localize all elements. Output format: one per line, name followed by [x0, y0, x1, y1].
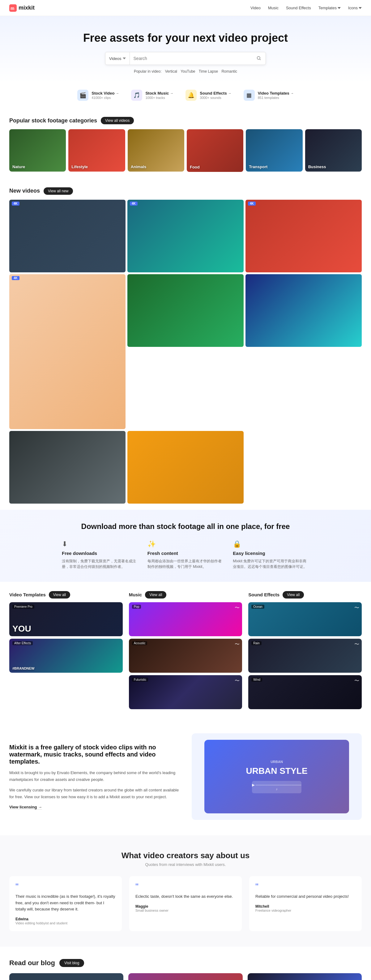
template-card-premiere[interactable]: Premiere Pro YOU — [9, 602, 123, 636]
feature-license-title: Easy licensing — [233, 550, 309, 556]
hero-title: Free assets for your next video project — [6, 32, 365, 45]
sound-sub-title: Sound Effects — [248, 592, 279, 597]
tag-vertical[interactable]: Vertical — [165, 69, 177, 73]
testimonials-title: What video creators say about us — [9, 851, 362, 861]
blog-post-1[interactable]: The Pros and Cons of Using Stock Video F… — [9, 973, 123, 980]
category-lifestyle[interactable]: Lifestyle — [68, 129, 125, 172]
stock-music-title: Stock Music → — [145, 91, 173, 95]
svg-text:m: m — [11, 6, 14, 11]
templates-icon: ▦ — [244, 90, 255, 101]
blog-image-2 — [128, 973, 242, 980]
nav-sound-effects[interactable]: Sound Effects — [286, 6, 311, 10]
video-card-4[interactable]: 4K — [9, 274, 126, 429]
tag-timelapse[interactable]: Time Lapse — [199, 69, 218, 73]
waveform-icon: 〜 — [235, 605, 240, 611]
sound-card-wind[interactable]: Wind 〜 — [248, 675, 362, 709]
navbar: m mixkit Video Music Sound Effects Templ… — [0, 0, 371, 16]
video-card-3[interactable]: 4K — [245, 200, 362, 272]
nav-templates[interactable]: Templates — [318, 6, 341, 10]
sound-view-all[interactable]: View all — [283, 591, 304, 598]
search-button[interactable] — [252, 52, 266, 65]
promo-title: Download more than stock footage all in … — [9, 522, 362, 531]
templates-sub-title: Video Templates — [9, 592, 46, 597]
quick-link-music[interactable]: 🎵 Stock Music → 1000+ tracks — [131, 90, 173, 101]
categories-section: Popular stock footage categories View al… — [0, 108, 371, 178]
about-text: Mixkit is a free gallery of stock video … — [9, 744, 179, 809]
search-type-dropdown[interactable]: Videos — [105, 52, 130, 65]
music-subsection: Music View all Pop 〜 Acoustic 〜 Futurist… — [129, 591, 242, 712]
view-all-new-btn[interactable]: View all new — [44, 187, 73, 195]
templates-subsection: Video Templates View all Premiere Pro YO… — [9, 591, 123, 712]
quick-link-video[interactable]: 🎬 Stock Video → 41000+ clips — [77, 90, 119, 101]
search-bar: Videos — [105, 52, 266, 65]
blog-post-3[interactable]: How to Install Mixkit templates in After… — [248, 973, 362, 980]
video-badge-2: 4K — [130, 202, 138, 205]
sound-card-rain[interactable]: Rain 〜 — [248, 639, 362, 673]
feature-fresh-title: Fresh content — [148, 550, 224, 556]
feature-fresh-content: ✨ Fresh content 每周都会添加由一些世界上最有才华的创作者制作的独… — [148, 540, 224, 570]
category-food[interactable]: Food — [187, 129, 243, 172]
category-business-label: Business — [308, 164, 326, 169]
video-card-8[interactable] — [127, 431, 244, 504]
view-licensing-link[interactable]: View licensing → — [9, 805, 42, 810]
media-three-col: Video Templates View all Premiere Pro YO… — [9, 591, 362, 712]
template-premiere-label: Premiere Pro — [12, 605, 34, 609]
tag-romantic[interactable]: Romantic — [221, 69, 237, 73]
nav-music[interactable]: Music — [268, 6, 279, 10]
music-view-all[interactable]: View all — [145, 591, 166, 598]
template-premiere-main: YOU — [12, 624, 31, 634]
waveform-icon-3: 〜 — [235, 678, 240, 684]
quote-mark-3: " — [255, 882, 355, 891]
music-card-futuristic[interactable]: Futuristic 〜 — [129, 675, 242, 709]
music-pop-label: Pop — [132, 605, 141, 609]
category-nature[interactable]: Nature — [9, 129, 66, 172]
music-card-pop[interactable]: Pop 〜 — [129, 602, 242, 636]
view-all-videos-btn[interactable]: View all videos — [101, 117, 134, 124]
visit-blog-btn[interactable]: Visit blog — [59, 959, 84, 967]
video-card-1[interactable]: 4K — [9, 200, 126, 272]
fresh-icon: ✨ — [148, 540, 224, 548]
video-grid: 4K 4K 4K 4K — [9, 200, 362, 504]
video-card-6[interactable] — [245, 274, 362, 347]
waveform-icon-5: 〜 — [354, 641, 359, 648]
tag-youtube[interactable]: YouTube — [180, 69, 195, 73]
waveform-icon-2: 〜 — [235, 641, 240, 648]
video-card-7[interactable] — [9, 431, 126, 504]
music-futuristic-label: Futuristic — [132, 678, 148, 682]
quick-link-templates[interactable]: ▦ Video Templates → 851 templates — [244, 90, 294, 101]
about-para2: We carefully curate our library from tal… — [9, 787, 179, 800]
music-sub-header: Music View all — [129, 591, 242, 598]
video-templates-subtitle: 851 templates — [258, 96, 294, 100]
blog-title: Read our blog — [9, 959, 55, 967]
video-card-2[interactable]: 4K — [127, 200, 244, 272]
features-grid: ⬇ Free downloads 没有限制，免费下载无限资产，无需著名成注册，非… — [62, 540, 309, 570]
sound-icon: 🔔 — [186, 90, 197, 101]
about-image: URBAN URBAN STYLE ▶ ─────────────────── … — [192, 733, 362, 820]
search-input[interactable] — [130, 52, 252, 65]
testimonial-role-2: Small business owner — [135, 908, 236, 912]
sound-effects-subtitle: 3000+ sounds — [200, 96, 231, 100]
category-transport[interactable]: Transport — [246, 129, 303, 172]
hero-section: Free assets for your next video project … — [0, 16, 371, 83]
template-card-brand[interactable]: After Effects #BRANDNEW — [9, 639, 123, 673]
stock-video-title: Stock Video → — [91, 91, 119, 95]
testimonial-text-1: Their music is incredible (as is their f… — [16, 893, 116, 913]
category-food-label: Food — [190, 165, 200, 169]
blog-post-2[interactable]: How to Install and Edit a mogrt file in … — [128, 973, 242, 980]
sound-sub-header: Sound Effects View all — [248, 591, 362, 598]
video-card-5[interactable] — [127, 274, 244, 347]
sound-wind-label: Wind — [252, 678, 262, 682]
categories-header: Popular stock footage categories View al… — [9, 117, 362, 124]
category-animals[interactable]: Animals — [128, 129, 184, 172]
templates-view-all[interactable]: View all — [49, 591, 70, 598]
feature-free-title: Free downloads — [62, 550, 138, 556]
category-lifestyle-label: Lifestyle — [72, 164, 88, 169]
sound-card-ocean[interactable]: Ocean 〜 — [248, 602, 362, 636]
feature-license-desc: Mixkit 免费许可证下的资产可用于商业和非商业项目。迟迟每个项目查看您的图像… — [233, 558, 309, 570]
music-card-acoustic[interactable]: Acoustic 〜 — [129, 639, 242, 673]
logo[interactable]: m mixkit — [9, 4, 35, 12]
quick-link-sound[interactable]: 🔔 Sound Effects → 3000+ sounds — [186, 90, 231, 101]
nav-icons[interactable]: Icons — [348, 6, 362, 10]
category-business[interactable]: Business — [305, 129, 362, 172]
nav-video[interactable]: Video — [250, 6, 261, 10]
